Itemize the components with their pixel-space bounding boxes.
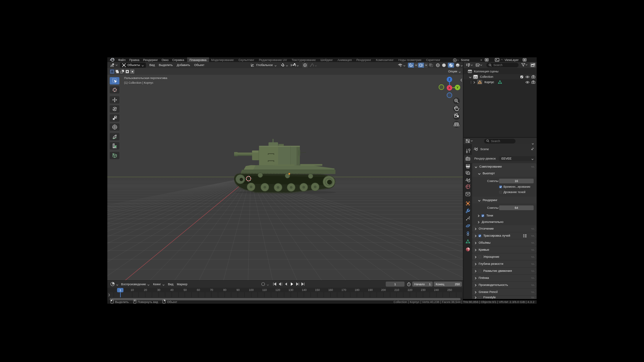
- svg-text:Z: Z: [448, 78, 450, 81]
- svg-text:X: X: [448, 86, 450, 89]
- svg-text:Y: Y: [457, 86, 459, 89]
